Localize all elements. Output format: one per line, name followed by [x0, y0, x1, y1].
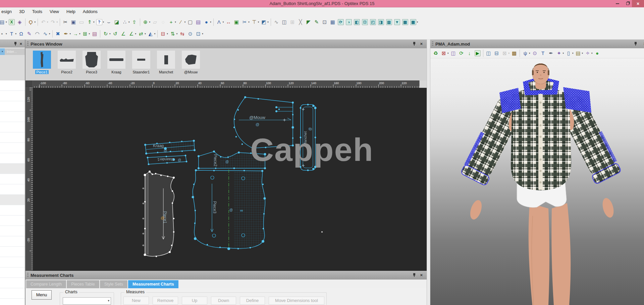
close-panel-icon[interactable]: × [420, 42, 423, 46]
menu-view[interactable]: View [46, 7, 63, 16]
list-row[interactable] [0, 174, 25, 184]
pose-avatar-button[interactable]: ψ▾ [521, 49, 531, 58]
menu-button[interactable]: Menu [32, 290, 52, 300]
list-row[interactable] [0, 132, 25, 143]
copy-shape-button[interactable]: ▱ [151, 18, 159, 26]
trace-shape-button[interactable]: ◌ [159, 18, 167, 26]
list-row[interactable] [0, 278, 25, 288]
undo-button[interactable]: ↶▾ [39, 18, 49, 26]
export-excel-button[interactable]: X [8, 18, 16, 26]
cube-rotate-button[interactable]: ⟳ [337, 18, 345, 26]
menu-3d[interactable]: 3D [15, 7, 29, 16]
simulate-button[interactable]: ▶ [474, 49, 482, 58]
grid-panels-button[interactable]: ⊞ [288, 18, 297, 26]
knife-button[interactable]: ∕▾ [177, 18, 186, 26]
drape-down-button[interactable]: ▼ [393, 18, 401, 26]
walk-pieces-button[interactable]: Λ▾ [215, 18, 225, 26]
charts-select[interactable]: ▾ [63, 297, 111, 305]
menu-esign[interactable]: esign [0, 7, 15, 16]
list-row[interactable] [0, 112, 25, 122]
close-panel-icon[interactable]: × [19, 42, 22, 46]
move-dimensions-tool-button[interactable]: Move Dimensions tool [269, 297, 324, 305]
link-points-button[interactable]: ∿ [272, 18, 280, 26]
list-row[interactable] [0, 205, 25, 216]
grade-points-button[interactable]: ∴▾ [121, 18, 130, 26]
list-row[interactable] [0, 226, 25, 236]
piece-thumb-kraag[interactable]: Kraag [104, 51, 129, 75]
piece-thumb-staander1[interactable]: Staander1 [129, 51, 154, 75]
rotate-angle-copy-button[interactable]: ∠▾ [127, 29, 137, 38]
piece-thumb-piece2[interactable]: Piece2 [54, 51, 79, 75]
list-row[interactable] [0, 143, 25, 153]
curve-fit-button[interactable]: ⌣ [105, 18, 113, 26]
list-row[interactable] [0, 91, 25, 101]
minimize-button[interactable] [613, 0, 622, 7]
close-panel-icon[interactable]: × [420, 273, 423, 277]
avatar-library-button[interactable]: ▤▾ [574, 49, 584, 58]
pin-icon[interactable] [634, 42, 637, 46]
list-row[interactable] [0, 267, 25, 278]
import-piece-button[interactable]: ⇑▾ [86, 18, 95, 26]
reset-simulation-button[interactable]: ♻ [432, 49, 440, 58]
cylinder-map-button[interactable]: ◫ [485, 49, 493, 58]
text-3d-button[interactable]: T [539, 49, 547, 58]
piece-thumb-piece1[interactable]: Piece1 [30, 51, 54, 75]
avatar-light-button[interactable]: ✧▾ [584, 49, 593, 58]
list-row[interactable] [0, 195, 25, 205]
list-row[interactable] [0, 216, 25, 226]
list-row[interactable] [0, 164, 25, 174]
pleat-box-button[interactable]: ▤ [91, 29, 99, 38]
seam-curve-button[interactable]: Ω [17, 29, 25, 38]
cut-button[interactable]: ✂ [61, 18, 69, 26]
rotate-copy-button[interactable]: ⊞▾ [81, 29, 91, 38]
compare-panels-button[interactable]: ◫ [280, 18, 288, 26]
edit-3d-button[interactable]: ✎ [313, 18, 321, 26]
drop-cloth-button[interactable]: ↓ [466, 49, 474, 58]
menu-help[interactable]: Help [63, 7, 79, 16]
3d-viewport[interactable] [430, 58, 644, 305]
pin-icon[interactable] [14, 42, 17, 46]
menu-tools[interactable]: Tools [29, 7, 46, 16]
close-button[interactable]: × [632, 0, 644, 7]
move-point-button[interactable]: +▾ [167, 18, 177, 26]
menu-addons[interactable]: Addons [79, 7, 101, 16]
redo-button[interactable]: ↷▾ [49, 18, 59, 26]
half-piece-button[interactable]: ◩▾ [260, 18, 269, 26]
move-segment-button[interactable]: →▾ [71, 29, 81, 38]
tab-pieces-table[interactable]: Pieces Table [67, 280, 99, 288]
fabric-grid-button[interactable]: ▦ [329, 18, 337, 26]
list-row[interactable] [0, 122, 25, 132]
image-toggle-button[interactable]: ◪ [113, 18, 121, 26]
pen-button[interactable]: ✒▾ [62, 29, 72, 38]
tab-measurement-charts[interactable]: Measurement Charts [128, 280, 178, 288]
canvas-piece-piece3[interactable] [193, 170, 265, 249]
list-row[interactable] [0, 236, 25, 247]
stitch-settings-button[interactable]: ⊡ [321, 18, 329, 26]
list-row[interactable] [0, 80, 25, 91]
pin-icon[interactable] [413, 42, 416, 46]
align-piece-button[interactable]: ⊡▾ [194, 29, 204, 38]
down-button[interactable]: Down [211, 297, 236, 305]
price-tags-button[interactable]: ◈ [16, 18, 24, 26]
dock-tab-internal[interactable]: Inter... [5, 48, 25, 55]
pleats-button[interactable]: ▤ [194, 18, 202, 26]
clear-mapping-button[interactable]: ⊠▾ [501, 49, 511, 58]
text-tool-button[interactable]: T▾ [8, 29, 17, 38]
tab-compare-length[interactable]: Compare Length [26, 280, 66, 288]
scan-doc-button[interactable]: ⊙ [531, 49, 539, 58]
list-row[interactable] [0, 153, 25, 164]
hammer-button[interactable]: ⊤▾ [250, 18, 260, 26]
list-row[interactable] [0, 101, 25, 112]
piece-thumb-piece3[interactable]: Piece3 [79, 51, 104, 75]
cut-piece-button[interactable]: ✂▾ [240, 18, 250, 26]
pattern-canvas[interactable]: @Mouw @ Manchet [33, 88, 427, 271]
notch-pen-button[interactable]: ✎ [25, 29, 33, 38]
flip-button[interactable]: ⇄▾ [137, 29, 147, 38]
rotate-angle-button[interactable]: ∠ [119, 29, 127, 38]
list-row[interactable] [0, 184, 25, 195]
cylinder-select-button[interactable]: ⊟ [493, 49, 501, 58]
select-3d-button[interactable]: ◤ [305, 18, 313, 26]
list-row[interactable] [0, 299, 25, 305]
ruler-units-button[interactable] [419, 80, 427, 88]
stitch-pen-button[interactable]: ✒ [547, 49, 555, 58]
